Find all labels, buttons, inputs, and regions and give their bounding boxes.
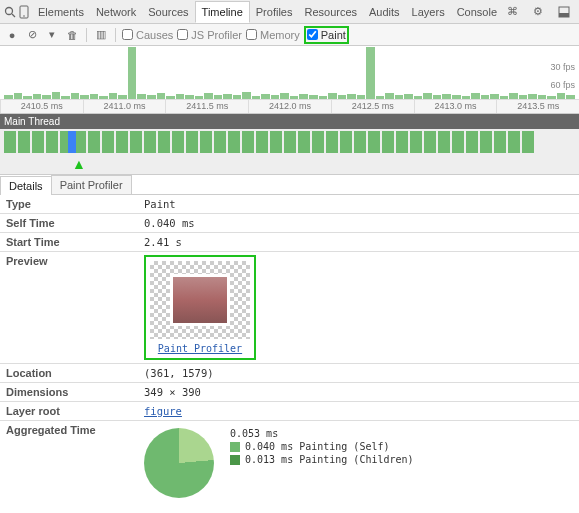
legend-self: 0.040 ms Painting (Self) xyxy=(245,441,390,452)
tab-paint-profiler[interactable]: Paint Profiler xyxy=(51,175,132,194)
svg-point-3 xyxy=(23,15,25,17)
tick: 2410.5 ms xyxy=(0,100,83,113)
search-icon[interactable] xyxy=(4,3,16,21)
label-start-time: Start Time xyxy=(0,233,138,251)
label-agg-time: Aggregated Time xyxy=(0,421,138,505)
tab-elements[interactable]: Elements xyxy=(32,2,90,22)
checkbox-paint-label: Paint xyxy=(321,29,346,41)
tab-profiles[interactable]: Profiles xyxy=(250,2,299,22)
drawer-toggle-icon[interactable]: ⌘ xyxy=(503,3,521,21)
legend-total: 0.053 ms xyxy=(230,428,414,439)
tab-resources[interactable]: Resources xyxy=(298,2,363,22)
checkbox-memory-label: Memory xyxy=(260,29,300,41)
label-dimensions: Dimensions xyxy=(0,383,138,401)
legend: 0.053 ms 0.040 ms Painting (Self) 0.013 … xyxy=(230,428,414,467)
top-tabs: Elements Network Sources Timeline Profil… xyxy=(32,1,503,23)
details-tabs: Details Paint Profiler xyxy=(0,175,579,195)
timeline-overview[interactable]: 30 fps 60 fps 2410.5 ms 2411.0 ms 2411.5… xyxy=(0,46,579,114)
label-type: Type xyxy=(0,195,138,213)
checkbox-causes-label: Causes xyxy=(136,29,173,41)
filter-button[interactable]: ▾ xyxy=(44,27,60,43)
device-icon[interactable] xyxy=(18,3,30,21)
pie-chart xyxy=(144,428,214,498)
highlight-preview: Paint Profiler xyxy=(144,255,256,360)
tick: 2412.0 ms xyxy=(248,100,331,113)
tab-audits[interactable]: Audits xyxy=(363,2,406,22)
svg-point-0 xyxy=(6,7,13,14)
preview-image xyxy=(170,274,230,326)
svg-line-1 xyxy=(12,14,15,17)
legend-children: 0.013 ms Painting (Children) xyxy=(245,454,414,465)
tab-timeline[interactable]: Timeline xyxy=(195,1,250,23)
tab-sources[interactable]: Sources xyxy=(142,2,194,22)
label-self-time: Self Time xyxy=(0,214,138,232)
selection-arrow-icon: ▲ xyxy=(72,156,86,172)
time-axis: 2410.5 ms 2411.0 ms 2411.5 ms 2412.0 ms … xyxy=(0,99,579,113)
preview-thumbnail[interactable] xyxy=(150,261,250,339)
value-location: (361, 1579) xyxy=(138,364,579,382)
dock-icon[interactable] xyxy=(555,3,573,21)
tab-details[interactable]: Details xyxy=(0,176,52,195)
tab-console[interactable]: Console xyxy=(451,2,503,22)
selected-event[interactable] xyxy=(68,131,76,153)
value-self-time: 0.040 ms xyxy=(138,214,579,232)
label-preview: Preview xyxy=(0,252,138,363)
main-thread-bars xyxy=(0,129,579,155)
tick: 2413.0 ms xyxy=(414,100,497,113)
timeline-bars xyxy=(0,47,579,99)
checkbox-jsprofiler[interactable]: JS Profiler xyxy=(177,29,242,41)
label-layer-root: Layer root xyxy=(0,402,138,420)
value-dimensions: 349 × 390 xyxy=(138,383,579,401)
record-button[interactable]: ● xyxy=(4,27,20,43)
swatch-children xyxy=(230,455,240,465)
clear-button[interactable]: ⊘ xyxy=(24,27,40,43)
tab-layers[interactable]: Layers xyxy=(406,2,451,22)
main-thread-track[interactable]: ▲ xyxy=(0,129,579,175)
checkbox-memory[interactable]: Memory xyxy=(246,29,300,41)
value-type: Paint xyxy=(138,195,579,213)
layer-root-link[interactable]: figure xyxy=(144,405,182,417)
details-panel: Type Paint Self Time 0.040 ms Start Time… xyxy=(0,195,579,505)
gc-button[interactable]: 🗑 xyxy=(64,27,80,43)
tick: 2411.5 ms xyxy=(165,100,248,113)
svg-rect-5 xyxy=(559,13,569,17)
checkbox-paint[interactable]: Paint xyxy=(307,29,346,41)
tick: 2412.5 ms xyxy=(331,100,414,113)
separator xyxy=(86,28,87,42)
highlight-paint-checkbox: Paint xyxy=(304,26,349,44)
label-location: Location xyxy=(0,364,138,382)
tick: 2413.5 ms xyxy=(496,100,579,113)
tick: 2411.0 ms xyxy=(83,100,166,113)
paint-profiler-link[interactable]: Paint Profiler xyxy=(150,343,250,354)
checkbox-jsprofiler-label: JS Profiler xyxy=(191,29,242,41)
view-mode-button[interactable]: ▥ xyxy=(93,27,109,43)
main-thread-header: Main Thread xyxy=(0,114,579,129)
swatch-self xyxy=(230,442,240,452)
value-start-time: 2.41 s xyxy=(138,233,579,251)
gear-icon[interactable]: ⚙ xyxy=(529,3,547,21)
tab-network[interactable]: Network xyxy=(90,2,142,22)
separator xyxy=(115,28,116,42)
checkbox-causes[interactable]: Causes xyxy=(122,29,173,41)
